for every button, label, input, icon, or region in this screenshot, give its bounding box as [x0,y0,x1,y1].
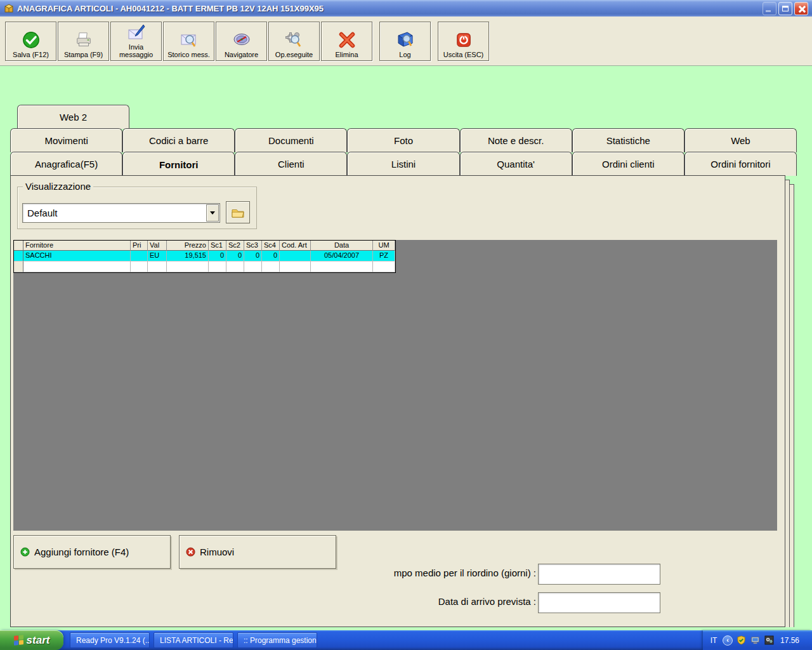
collapse-tray-button[interactable]: ‹ [723,635,733,646]
save-check-icon [22,29,41,51]
tab-web2[interactable]: Web 2 [17,105,129,129]
operations-executed-button[interactable]: Op.eseguite [268,22,320,61]
suppliers-table: Fornitore Pri Val Prezzo Sc1 Sc2 Sc3 Sc4… [13,240,396,273]
mail-pen-icon [126,23,147,43]
plus-circle-icon [20,547,30,557]
tab-note-e-descr[interactable]: Note e descr. [460,128,572,152]
tab-statistiche[interactable]: Statistiche [572,128,684,152]
remove-circle-icon [186,547,195,557]
tab-movimenti[interactable]: Movimenti [10,128,122,152]
remove-supplier-button[interactable]: Rimuovi [179,535,336,569]
tab-clienti[interactable]: Clienti [235,152,347,176]
taskbar-item-lista-articoli[interactable]: LISTA ARTICOLI - Re... [154,632,233,648]
tab-row-middle: Movimenti Codici a barre Documenti Foto … [10,128,797,152]
minimize-button[interactable] [763,2,776,15]
close-button[interactable] [794,2,808,15]
tab-documenti[interactable]: Documenti [235,128,347,152]
restore-button[interactable] [778,2,792,15]
chevron-down-icon [210,211,215,215]
table-row[interactable]: SACCHI EU 19,515 0 0 0 0 05/04/2007 PZ [14,251,395,262]
system-tray: IT ‹ 17.56 [703,630,812,650]
tab-ordini-clienti[interactable]: Ordini clienti [572,152,684,176]
language-indicator[interactable]: IT [708,636,719,645]
stacked-sheet-edge [785,180,790,627]
title-bar: ANAGRAFICA ARTICOLI - AH0041212 - BATT E… [0,0,812,17]
taskbar: start Ready Pro V9.1.24 (... LISTA ARTIC… [0,630,812,650]
open-view-button[interactable] [226,201,250,223]
table-header-row: Fornitore Pri Val Prezzo Sc1 Sc2 Sc3 Sc4… [14,241,395,251]
start-button[interactable]: start [0,630,63,650]
tab-fornitori[interactable]: Fornitori [122,152,235,176]
taskbar-item-readypro[interactable]: Ready Pro V9.1.24 (... [70,632,150,648]
log-button[interactable]: Log [379,22,431,61]
tab-listini[interactable]: Listini [347,152,459,176]
clock[interactable]: 17.56 [780,636,799,645]
toolbar: Salva (F12) Stampa (F9) Invia messaggio … [0,17,812,66]
tab-foto[interactable]: Foto [347,128,459,152]
power-icon [454,29,473,51]
fornitori-tab-page: Visualizzazione Default Fornitore Pri Va… [10,175,785,627]
tab-web[interactable]: Web [684,128,797,152]
tab-ordini-fornitori[interactable]: Ordini fornitori [684,152,797,176]
add-supplier-button[interactable]: Aggiungi fornitore (F4) [13,535,171,569]
row-selector[interactable] [14,251,23,262]
printer-icon [74,29,93,51]
tab-quantita[interactable]: Quantita' [460,152,572,176]
view-combobox[interactable]: Default [22,203,220,223]
tab-codici-a-barre[interactable]: Codici a barre [122,128,235,152]
package-icon [4,3,14,13]
tab-row-bottom: Anagrafica(F5) Fornitori Clienti Listini… [10,152,797,176]
stacked-sheet-edge [790,184,794,627]
message-history-button[interactable]: Storico mess. [163,22,214,61]
book-search-icon [395,29,416,51]
print-button[interactable]: Stampa (F9) [58,22,109,61]
windows-logo-icon [14,635,23,646]
folder-icon [231,207,245,218]
reorder-days-input[interactable] [538,564,660,585]
suppliers-grid-panel: Fornitore Pri Val Prezzo Sc1 Sc2 Sc3 Sc4… [13,240,777,531]
send-message-button[interactable]: Invia messaggio [110,22,162,61]
mail-search-icon [179,29,199,51]
row-selector-header [14,241,23,251]
delete-button[interactable]: Elimina [321,22,372,61]
row-selector[interactable] [14,262,23,272]
exit-button[interactable]: Uscita (ESC) [438,22,489,61]
tab-row-top: Web 2 [17,105,129,129]
gears-search-icon [284,29,304,51]
application-window: ANAGRAFICA ARTICOLI - AH0041212 - BATT E… [0,0,812,650]
expected-arrival-input[interactable] [538,592,660,613]
window-title: ANAGRAFICA ARTICOLI - AH0041212 - BATT E… [17,4,761,13]
table-row[interactable] [14,262,395,272]
compass-icon [232,29,252,51]
display-tray-icon[interactable] [750,635,761,646]
groupbox-label: Visualizzazione [23,181,93,192]
save-button[interactable]: Salva (F12) [5,22,56,61]
expected-arrival-label: Data di arrivo prevista : [333,596,536,607]
tab-anagrafica[interactable]: Anagrafica(F5) [10,152,122,176]
gears-tray-icon[interactable] [764,635,775,646]
shield-check-tray-icon[interactable] [736,635,747,646]
red-x-icon [337,29,357,51]
taskbar-item-programma-gestionale[interactable]: :: Programma gestion... [237,632,317,648]
combobox-value: Default [23,208,206,218]
navigator-button[interactable]: Navigatore [216,22,267,61]
reorder-days-label: mpo medio per il riordino (giorni) : [333,567,536,578]
combobox-dropdown-button[interactable] [206,204,219,222]
